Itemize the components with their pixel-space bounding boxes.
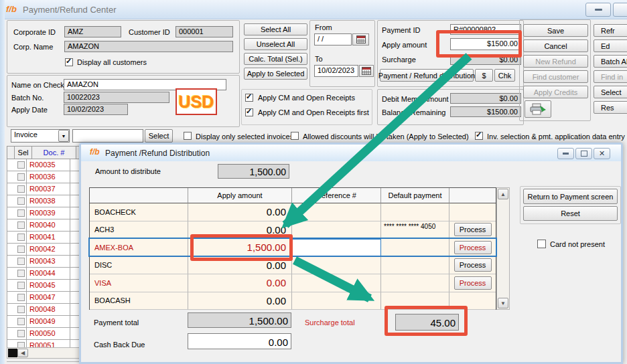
apply-amount-cell[interactable]: 0.00 <box>188 257 292 275</box>
unselect-all-button[interactable]: Unselect All <box>244 38 307 50</box>
cash-back-due-field[interactable]: 0.00 <box>188 333 291 349</box>
table-row[interactable]: R00039 <box>7 207 82 219</box>
scroll-left-icon[interactable]: ◀ <box>17 349 28 357</box>
print-button[interactable] <box>525 100 551 118</box>
row-select-checkbox[interactable] <box>17 318 25 325</box>
scroll-up-icon[interactable]: ▲ <box>498 189 508 199</box>
process-button[interactable]: Process <box>454 223 492 236</box>
save-button[interactable]: Save <box>523 24 588 37</box>
row-select-checkbox[interactable] <box>17 282 25 289</box>
row-select-checkbox[interactable] <box>17 234 25 241</box>
chk-button[interactable]: Chk <box>494 69 515 82</box>
reset-button-right[interactable]: Res <box>594 101 627 114</box>
reference-cell[interactable] <box>292 221 381 240</box>
display-all-customers-checkbox[interactable] <box>65 58 73 66</box>
apply-amount-field[interactable]: $1500.00 <box>450 38 521 50</box>
row-select-checkbox[interactable] <box>17 173 25 181</box>
edit-button[interactable]: Ed <box>594 39 627 52</box>
select-button-right[interactable]: Select <box>594 86 627 98</box>
refresh-button[interactable]: Refr <box>594 24 627 37</box>
row-select-checkbox[interactable] <box>17 221 25 229</box>
card-not-present-checkbox[interactable] <box>537 240 546 248</box>
table-row[interactable]: R00036 <box>7 171 82 183</box>
to-calendar-button[interactable] <box>359 65 374 77</box>
apply-amount-cell[interactable]: 0.00 <box>188 292 292 310</box>
table-row[interactable]: R00042 <box>7 244 82 256</box>
table-row[interactable]: R00043 <box>7 256 82 268</box>
calc-total-button[interactable]: Calc. Total (Sel.) <box>244 53 307 65</box>
dropdown-arrow-icon[interactable]: ▼ <box>58 130 69 142</box>
hscrollbar-thumb[interactable] <box>8 349 17 357</box>
customer-id-field[interactable]: 000001 <box>176 26 233 37</box>
row-select-checkbox[interactable] <box>17 258 25 265</box>
scroll-down-icon[interactable]: ▼ <box>498 298 508 308</box>
from-date-field[interactable]: / / <box>314 33 352 46</box>
table-row[interactable]: R00040 <box>7 219 82 232</box>
to-date-field[interactable]: 10/02/2023 <box>314 65 358 77</box>
process-button[interactable]: Process <box>454 241 492 254</box>
table-row[interactable]: R00041 <box>7 232 82 244</box>
select-invoices-button[interactable]: Select <box>145 129 173 143</box>
batch-alloc-button[interactable]: Batch Allo <box>594 55 627 68</box>
apply-credits-button[interactable]: Apply Credits <box>523 86 588 98</box>
find-invoice-button[interactable]: Find in <box>594 70 627 83</box>
row-select-checkbox[interactable] <box>17 161 25 169</box>
row-select-checkbox[interactable] <box>17 185 25 193</box>
dialog-minimize-button[interactable] <box>557 148 574 159</box>
apply-to-selected-button[interactable]: Apply to Selected <box>244 68 307 80</box>
table-row[interactable]: R00044 <box>7 268 82 280</box>
maximize-button[interactable] <box>613 3 627 17</box>
grid-hscrollbar[interactable]: ◀ <box>7 347 82 359</box>
table-row[interactable]: R00045 <box>7 280 82 292</box>
row-select-checkbox[interactable] <box>17 330 25 337</box>
reference-cell[interactable] <box>292 274 381 292</box>
apply-amount-cell[interactable]: 0.00 <box>188 221 292 240</box>
table-row[interactable]: R00037 <box>7 183 82 195</box>
find-customer-button[interactable]: Find customer <box>523 70 588 83</box>
row-select-checkbox[interactable] <box>17 209 25 217</box>
display-only-selected-checkbox[interactable] <box>184 132 192 140</box>
reference-cell[interactable] <box>292 292 381 310</box>
corp-name-field[interactable]: AMAZON <box>64 41 233 52</box>
table-row[interactable]: R00049 <box>7 316 82 328</box>
from-calendar-button[interactable] <box>352 33 369 46</box>
apply-date-field: 10/02/2023 <box>64 104 128 115</box>
invoice-search-input[interactable] <box>72 129 143 143</box>
reference-cell-active[interactable] <box>292 239 381 257</box>
new-refund-button[interactable]: New Refund <box>523 55 588 68</box>
dialog-vscrollbar[interactable]: ▲ ▼ <box>496 187 510 310</box>
allowed-discounts-checkbox[interactable] <box>291 132 299 140</box>
apply-cm-checkbox[interactable] <box>245 94 253 102</box>
inv-selection-checkbox[interactable] <box>475 132 483 140</box>
table-row[interactable]: R00050 <box>7 328 82 340</box>
process-button[interactable]: Process <box>454 258 492 272</box>
dialog-maximize-button[interactable] <box>575 148 592 159</box>
reset-button[interactable]: Reset <box>523 206 618 221</box>
apply-amount-cell[interactable]: 1,500.00 <box>188 239 292 257</box>
invoice-grid-rows[interactable]: R00035 R00036 R00037 R00038 R00039 R0004… <box>7 159 82 348</box>
apply-amount-cell[interactable]: 0.00 <box>188 274 292 292</box>
corporate-id-field[interactable]: AMZ <box>64 26 121 37</box>
minimize-button[interactable] <box>585 3 611 17</box>
table-row[interactable]: R00038 <box>7 195 82 207</box>
process-button[interactable]: Process <box>454 276 492 290</box>
row-select-checkbox[interactable] <box>17 306 25 313</box>
row-select-checkbox[interactable] <box>17 197 25 205</box>
return-to-payment-button[interactable]: Return to Payment screen <box>523 189 618 204</box>
reference-cell[interactable] <box>292 257 381 275</box>
apply-amount-cell[interactable]: 0.00 <box>188 203 292 221</box>
table-row[interactable]: R00048 <box>7 304 82 316</box>
row-select-checkbox[interactable] <box>17 270 25 277</box>
payment-refund-distribution-button[interactable]: Payment / Refund distribution <box>380 69 474 82</box>
cancel-button[interactable]: Cancel <box>523 39 588 52</box>
row-select-checkbox[interactable] <box>17 246 25 253</box>
table-row[interactable]: R00035 <box>7 159 82 171</box>
customer-id-label: Customer ID <box>129 28 170 36</box>
table-row[interactable]: R00047 <box>7 292 82 304</box>
row-select-checkbox[interactable] <box>17 294 25 301</box>
dialog-close-button[interactable]: ✕ <box>594 148 610 159</box>
dollar-button[interactable]: $ <box>475 69 493 82</box>
select-all-button[interactable]: Select All <box>244 23 307 35</box>
reference-cell[interactable] <box>292 203 381 221</box>
apply-cm-first-checkbox[interactable] <box>245 108 253 116</box>
